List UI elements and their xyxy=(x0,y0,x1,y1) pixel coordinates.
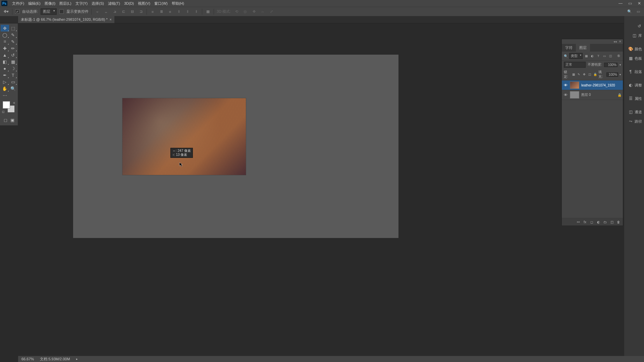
lock-position-icon[interactable]: ✥ xyxy=(582,72,586,77)
layer-thumbnail[interactable] xyxy=(570,81,579,89)
filter-shape-icon[interactable]: ▭ xyxy=(602,54,607,58)
gradient-tool[interactable]: ▦ xyxy=(9,58,17,65)
auto-select-dropdown[interactable]: 图层 xyxy=(41,8,57,15)
menu-image[interactable]: 图像(I) xyxy=(43,1,57,6)
align-horizontal-centers-icon[interactable]: ⊟ xyxy=(129,9,135,15)
blur-tool[interactable]: ● xyxy=(1,65,9,72)
path-select-tool[interactable]: ▷ xyxy=(1,78,9,85)
fill-dropdown-icon[interactable]: ▾ xyxy=(620,73,621,76)
dock-library[interactable]: ◫库 xyxy=(624,31,644,40)
layer-item[interactable]: 👁 leather-2981074_1920 xyxy=(562,80,623,90)
menu-layer[interactable]: 图层(L) xyxy=(57,1,73,6)
status-flyout-icon[interactable]: ▸ xyxy=(76,357,78,361)
filter-adjust-icon[interactable]: ◐ xyxy=(590,54,595,58)
dock-channels[interactable]: ◫通道 xyxy=(624,107,644,117)
layer-item[interactable]: 👁 图层 0 🔒 xyxy=(562,90,623,100)
link-layers-icon[interactable]: ⚯ xyxy=(576,220,581,224)
dock-properties[interactable]: ☰属性 xyxy=(624,94,644,103)
auto-align-icon[interactable]: ▦ xyxy=(205,9,211,15)
align-left-edges-icon[interactable]: ⊏ xyxy=(120,9,126,15)
lock-image-icon[interactable]: ✎ xyxy=(577,72,581,77)
opacity-dropdown-icon[interactable]: ▾ xyxy=(620,63,621,66)
distribute-bottom-icon[interactable]: ≡ xyxy=(167,9,173,15)
document-tab[interactable]: 未标题-1 @ 66.7% (leather-2981074_1920, RGB… xyxy=(18,16,114,23)
filter-toggle-icon[interactable]: ⦿ xyxy=(616,54,621,58)
distribute-vcenter-icon[interactable]: ≣ xyxy=(158,9,164,15)
workspace-icon[interactable]: ▭ xyxy=(635,9,641,15)
align-top-edges-icon[interactable]: ⫟ xyxy=(94,9,100,15)
hand-tool[interactable]: ✋ xyxy=(1,85,9,92)
crop-tool[interactable]: ⌗ xyxy=(1,38,9,45)
move-tool[interactable]: ✥ xyxy=(1,25,9,32)
dock-paragraph[interactable]: ¶段落 xyxy=(624,67,644,76)
minimize-button[interactable]: — xyxy=(616,0,625,7)
auto-select-checkbox[interactable] xyxy=(15,9,19,14)
filter-pixel-icon[interactable]: ▦ xyxy=(584,54,589,58)
leather-image-layer[interactable] xyxy=(122,98,246,175)
tab-character[interactable]: 字符 xyxy=(562,44,576,52)
dock-adjustments[interactable]: ◐调整 xyxy=(624,80,644,90)
zoom-tool[interactable]: 🔍 xyxy=(9,85,17,92)
filter-type-dropdown[interactable]: 类型 xyxy=(569,53,583,59)
eyedropper-tool[interactable]: ✎ xyxy=(9,38,17,45)
filter-smart-icon[interactable]: ◫ xyxy=(608,54,613,58)
fill-input[interactable]: 100% xyxy=(606,72,618,77)
menu-3d[interactable]: 3D(D) xyxy=(122,1,136,5)
artboard-tool[interactable]: ⬚ xyxy=(9,25,17,32)
default-colors-icon[interactable]: ◱ xyxy=(2,110,5,113)
status-doc-info[interactable]: 文档:5.93M/2.00M xyxy=(40,357,70,362)
filter-search-icon[interactable]: 🔍 xyxy=(564,54,568,58)
menu-select[interactable]: 选择(S) xyxy=(90,1,106,6)
stamp-tool[interactable]: ▲ xyxy=(1,52,9,58)
dock-swatches[interactable]: ▦色板 xyxy=(624,54,644,63)
layer-thumbnail[interactable] xyxy=(570,91,579,99)
brush-tool[interactable]: ✏ xyxy=(9,45,17,52)
menu-edit[interactable]: 编辑(E) xyxy=(26,1,43,6)
type-tool[interactable]: T xyxy=(9,72,17,78)
dock-paths[interactable]: ⤳路径 xyxy=(624,117,644,126)
tab-layers[interactable]: 图层 xyxy=(576,44,590,52)
menu-view[interactable]: 视图(V) xyxy=(136,1,152,6)
distribute-left-icon[interactable]: ⦀ xyxy=(176,9,182,15)
layer-group-icon[interactable]: 🗀 xyxy=(603,220,607,224)
lock-all-icon[interactable]: 🔒 xyxy=(593,72,597,77)
menu-help[interactable]: 帮助(H) xyxy=(170,1,186,6)
distribute-hcenter-icon[interactable]: ⦀ xyxy=(184,9,191,15)
layer-name[interactable]: 图层 0 xyxy=(581,93,615,97)
menu-window[interactable]: 窗口(W) xyxy=(152,1,170,6)
eraser-tool[interactable]: ◧ xyxy=(1,58,9,65)
filter-type-icon[interactable]: T xyxy=(596,54,601,58)
layer-fx-icon[interactable]: fx xyxy=(583,220,587,224)
align-right-edges-icon[interactable]: ⊐ xyxy=(138,9,144,15)
search-icon[interactable]: 🔍 xyxy=(627,9,633,15)
layer-mask-icon[interactable]: ◻ xyxy=(589,220,594,224)
collapse-panel-icon[interactable]: ◂◂ xyxy=(613,40,617,43)
move-tool-icon[interactable]: ✥▾ xyxy=(3,8,9,15)
quick-select-tool[interactable]: ✎ xyxy=(9,32,17,38)
rectangle-tool[interactable]: ▭ xyxy=(9,78,17,85)
lock-artboard-icon[interactable]: ◫ xyxy=(588,72,592,77)
show-transform-checkbox[interactable] xyxy=(59,9,64,14)
zoom-level[interactable]: 66.67% xyxy=(21,357,34,361)
lock-transparency-icon[interactable]: ▦ xyxy=(572,72,576,77)
foreground-color-swatch[interactable] xyxy=(3,101,10,109)
visibility-toggle-icon[interactable]: 👁 xyxy=(563,83,568,87)
distribute-right-icon[interactable]: ⦀ xyxy=(193,9,199,15)
close-button[interactable]: ✕ xyxy=(635,0,644,7)
history-brush-tool[interactable]: ↺ xyxy=(9,52,17,58)
distribute-top-icon[interactable]: ≡ xyxy=(150,9,156,15)
pen-tool[interactable]: ✒ xyxy=(1,72,9,78)
quick-mask-icon[interactable]: ◻ xyxy=(2,117,9,123)
screen-mode-icon[interactable]: ▣ xyxy=(9,117,16,123)
edit-toolbar-icon[interactable]: ⋯ xyxy=(1,92,9,99)
align-bottom-edges-icon[interactable]: ⫡ xyxy=(112,9,118,15)
close-panel-icon[interactable]: ✕ xyxy=(619,40,622,43)
menu-type[interactable]: 文字(Y) xyxy=(73,1,90,6)
visibility-toggle-icon[interactable]: 👁 xyxy=(563,93,568,97)
dock-color[interactable]: 🎨颜色 xyxy=(624,44,644,54)
healing-tool[interactable]: ✚ xyxy=(1,45,9,52)
maximize-button[interactable]: ▭ xyxy=(625,0,635,7)
adjustment-layer-icon[interactable]: ◐ xyxy=(596,220,601,224)
menu-filter[interactable]: 滤镜(T) xyxy=(106,1,122,6)
layer-name[interactable]: leather-2981074_1920 xyxy=(581,83,622,87)
